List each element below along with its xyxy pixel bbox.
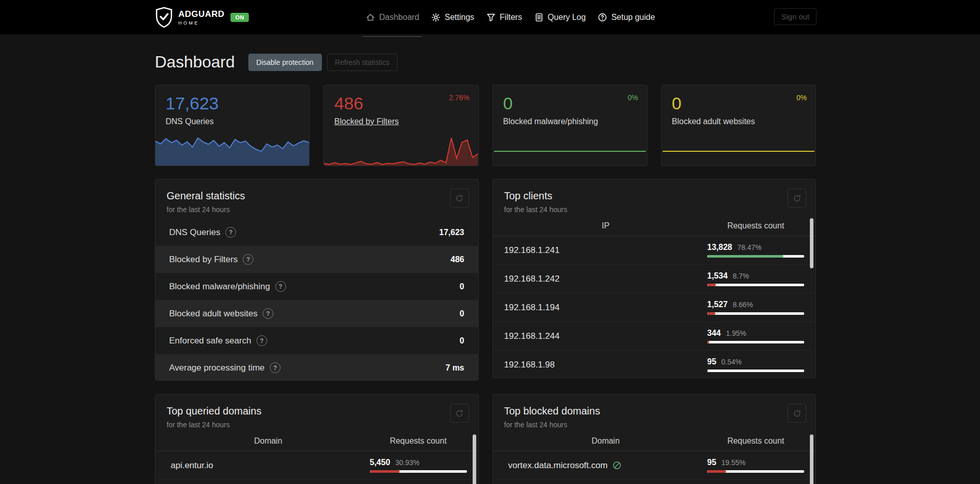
client-row: 192.168.1.242 1,5348.7% xyxy=(493,265,816,293)
domain-name[interactable]: vortex.data.microsoft.com xyxy=(508,460,608,471)
nav-item-label: Query Log xyxy=(548,13,586,22)
requests-count: 95 xyxy=(707,458,716,467)
dashboard-icon xyxy=(366,13,375,22)
domain-row: api.entur.io 5,45030.93% xyxy=(155,451,478,480)
requests-percent: 78.47% xyxy=(737,243,761,251)
client-ip[interactable]: 192.168.1.241 xyxy=(504,245,560,256)
column-header-requests-count: Requests count xyxy=(707,436,804,446)
nav-item-label: Setup guide xyxy=(611,13,655,22)
dns-queries-sparkline xyxy=(155,136,309,166)
progress-bar-fill xyxy=(707,470,726,473)
progress-bar xyxy=(707,312,804,315)
progress-bar xyxy=(707,470,804,473)
nav-item-settings[interactable]: Settings xyxy=(431,13,474,22)
progress-bar-fill xyxy=(707,255,783,258)
adguard-shield-icon xyxy=(155,7,173,28)
stats-row: DNS Queries? 17,623 xyxy=(155,219,478,246)
requests-percent: 30.93% xyxy=(395,458,419,467)
stats-row-value: 486 xyxy=(451,255,464,264)
nav-menu: Dashboard Settings Filters Query Log Set… xyxy=(366,0,655,34)
refresh-icon xyxy=(455,194,463,202)
stats-row: Enforced safe search? 0 xyxy=(155,327,478,354)
page-header: Dashboard Disable protection Refresh sta… xyxy=(155,53,816,72)
progress-bar-fill xyxy=(707,341,709,343)
blocked-filters-link[interactable]: Blocked by Filters xyxy=(334,117,399,126)
requests-percent: 19.55% xyxy=(721,458,745,467)
column-header-requests-count: Requests count xyxy=(370,436,467,446)
refresh-button[interactable] xyxy=(787,189,806,208)
panel-title: Top blocked domains xyxy=(504,405,805,417)
help-icon[interactable]: ? xyxy=(263,308,273,319)
scrollbar-thumb[interactable] xyxy=(473,434,476,484)
progress-bar xyxy=(707,284,804,286)
stats-row-label: Average processing time xyxy=(169,363,265,373)
refresh-statistics-button[interactable]: Refresh statistics xyxy=(327,54,398,71)
domain-name[interactable]: api.entur.io xyxy=(171,460,213,471)
tracker-blocked-icon xyxy=(612,460,622,470)
panel-subtitle: for the last 24 hours xyxy=(504,421,805,429)
stat-card-blocked-malware: 0 Blocked malware/phishing 0% xyxy=(493,85,647,166)
stat-card-blocked-filters: 486 Blocked by Filters 2.76% xyxy=(323,85,478,166)
panel-subtitle: for the last 24 hours xyxy=(167,205,467,214)
blocked-malware-label: Blocked malware/phishing xyxy=(503,117,598,126)
requests-count: 1,527 xyxy=(707,300,728,309)
general-statistics-panel: General statistics for the last 24 hours… xyxy=(155,179,479,381)
main-content: Dashboard Disable protection Refresh sta… xyxy=(155,53,816,484)
scrollbar-thumb[interactable] xyxy=(810,218,813,268)
stats-row: Blocked adult websites? 0 xyxy=(155,300,478,327)
sign-out-button[interactable]: Sign out xyxy=(774,8,816,25)
refresh-button[interactable] xyxy=(450,404,469,423)
stats-row-value: 17,623 xyxy=(439,228,464,237)
bottom-panels-row: Top queried domains for the last 24 hour… xyxy=(155,394,816,484)
requests-percent: 8.66% xyxy=(733,301,753,309)
domain-row: vortex.data.microsoft.com 9519.55% xyxy=(493,451,816,480)
stats-row: Average processing time? 7 ms xyxy=(155,354,478,381)
requests-count: 1,534 xyxy=(707,271,728,281)
nav-item-dashboard[interactable]: Dashboard xyxy=(366,13,419,22)
stat-card-blocked-adult: 0 Blocked adult websites 0% xyxy=(661,85,816,166)
progress-bar xyxy=(707,370,804,372)
scrollbar-thumb[interactable] xyxy=(810,434,813,484)
help-icon[interactable]: ? xyxy=(270,362,281,373)
client-row: 192.168.1.241 13,82878.47% xyxy=(493,236,816,265)
help-icon[interactable]: ? xyxy=(243,254,253,265)
brand-name: ADGUARD xyxy=(178,9,224,19)
panel-title: Top queried domains xyxy=(167,405,467,417)
client-ip[interactable]: 192.168.1.244 xyxy=(504,331,560,341)
panel-title: Top clients xyxy=(504,190,805,202)
nav-item-label: Filters xyxy=(500,13,522,22)
stats-row-value: 0 xyxy=(460,336,464,345)
top-clients-panel: Top clients for the last 24 hours IP Req… xyxy=(493,179,816,378)
stats-row-label: Blocked malware/phishing xyxy=(169,282,270,292)
client-ip[interactable]: 192.168.1.194 xyxy=(504,303,560,313)
client-ip[interactable]: 192.168.1.242 xyxy=(504,274,560,284)
requests-count: 13,828 xyxy=(707,243,732,252)
blocked-malware-value: 0 xyxy=(503,94,647,113)
help-icon[interactable]: ? xyxy=(275,281,286,292)
client-ip[interactable]: 192.168.1.98 xyxy=(504,360,555,370)
middle-panels-row: General statistics for the last 24 hours… xyxy=(155,179,816,381)
progress-bar-fill xyxy=(370,470,400,473)
nav-item-query-log[interactable]: Query Log xyxy=(534,13,586,22)
table-header: Domain Requests count xyxy=(493,431,816,451)
panel-title: General statistics xyxy=(167,190,467,202)
nav-item-filters[interactable]: Filters xyxy=(486,13,522,22)
help-icon[interactable]: ? xyxy=(256,335,267,346)
blocked-malware-percent: 0% xyxy=(628,94,638,102)
help-icon[interactable]: ? xyxy=(225,227,236,238)
progress-bar xyxy=(707,255,804,258)
stats-row-label: Enforced safe search xyxy=(169,336,251,346)
column-header-ip: IP xyxy=(504,221,708,231)
nav-item-setup-guide[interactable]: Setup guide xyxy=(598,13,655,22)
blocked-filters-sparkline xyxy=(324,136,478,166)
refresh-button[interactable] xyxy=(787,404,806,423)
refresh-icon xyxy=(455,409,463,418)
disable-protection-button[interactable]: Disable protection xyxy=(248,54,322,71)
blocked-malware-flatline xyxy=(494,151,646,152)
refresh-button[interactable] xyxy=(450,189,469,208)
stats-row: Blocked by Filters? 486 xyxy=(155,246,478,273)
progress-bar xyxy=(370,470,467,473)
blocked-adult-label: Blocked adult websites xyxy=(672,117,755,126)
top-blocked-domains-panel: Top blocked domains for the last 24 hour… xyxy=(493,394,816,484)
stats-row-label: Blocked by Filters xyxy=(169,255,238,265)
